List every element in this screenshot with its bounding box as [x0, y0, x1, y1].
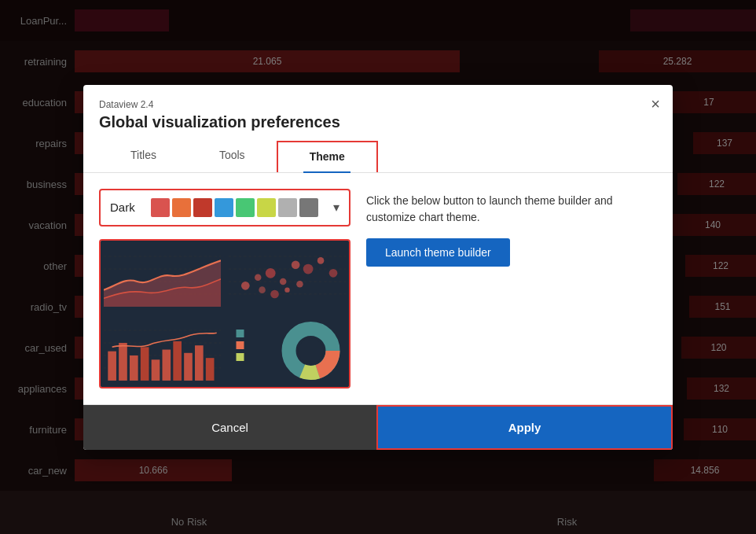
svg-point-10 — [241, 281, 250, 289]
swatch-3 — [193, 198, 212, 217]
svg-rect-35 — [195, 345, 204, 381]
svg-point-17 — [329, 269, 338, 278]
tab-bar: Titles Tools Theme — [99, 141, 657, 172]
chart-preview-container — [99, 239, 350, 389]
svg-rect-27 — [108, 351, 116, 380]
modal-body: Dark ▾ — [83, 173, 673, 404]
close-button[interactable]: × — [651, 96, 660, 112]
tab-titles[interactable]: Titles — [99, 141, 188, 172]
modal-dialog: Dataview 2.4 Global visualization prefer… — [83, 85, 673, 450]
swatch-1 — [151, 198, 170, 217]
tab-tools[interactable]: Tools — [188, 141, 277, 172]
dropdown-arrow-icon[interactable]: ▾ — [333, 200, 339, 215]
svg-rect-36 — [206, 358, 215, 381]
modal-header: Dataview 2.4 Global visualization prefer… — [83, 85, 673, 173]
left-panel: Dark ▾ — [99, 189, 350, 389]
modal-footer: Cancel Apply — [83, 404, 673, 450]
svg-point-13 — [280, 278, 287, 285]
scatter-chart-svg — [229, 244, 346, 307]
cancel-button[interactable]: Cancel — [83, 405, 376, 450]
svg-point-16 — [317, 257, 325, 264]
svg-rect-33 — [173, 341, 182, 380]
svg-rect-44 — [237, 353, 244, 361]
svg-point-14 — [292, 260, 300, 269]
swatch-8 — [299, 198, 318, 217]
svg-point-11 — [255, 274, 262, 281]
svg-rect-31 — [152, 359, 160, 381]
svg-point-41 — [299, 338, 324, 363]
color-swatches — [151, 198, 324, 217]
tab-theme[interactable]: Theme — [277, 141, 378, 172]
launch-theme-builder-button[interactable]: Launch theme builder — [366, 238, 510, 267]
svg-point-21 — [296, 280, 303, 287]
modal-subtitle: Dataview 2.4 — [99, 99, 657, 110]
swatch-2 — [172, 198, 191, 217]
svg-point-12 — [266, 267, 276, 278]
swatch-6 — [257, 198, 276, 217]
svg-rect-5 — [229, 244, 346, 307]
bar-chart-svg — [104, 318, 221, 381]
svg-point-18 — [259, 286, 266, 293]
apply-button[interactable]: Apply — [376, 405, 673, 450]
svg-point-15 — [303, 263, 314, 274]
svg-rect-43 — [237, 341, 244, 349]
svg-rect-42 — [237, 330, 244, 337]
tab-underline — [303, 171, 350, 173]
area-chart-svg — [104, 244, 221, 307]
swatch-7 — [278, 198, 297, 217]
preview-pie-chart — [226, 315, 349, 387]
preview-area-chart — [101, 241, 224, 313]
theme-selected-label: Dark — [110, 201, 141, 214]
theme-description: Click the below button to launch theme b… — [366, 193, 657, 226]
svg-rect-32 — [163, 349, 171, 380]
preview-scatter-chart — [226, 241, 349, 313]
svg-point-19 — [270, 289, 279, 298]
swatch-5 — [236, 198, 255, 217]
modal-title: Global visualization preferences — [99, 113, 657, 131]
preview-grid — [101, 241, 349, 387]
theme-selector[interactable]: Dark ▾ — [99, 189, 350, 226]
right-panel: Click the below button to launch theme b… — [366, 189, 657, 389]
preview-bar-chart — [101, 315, 224, 387]
swatch-4 — [215, 198, 233, 217]
modal-overlay: Dataview 2.4 Global visualization prefer… — [0, 0, 756, 534]
svg-rect-34 — [184, 352, 193, 380]
svg-rect-30 — [141, 347, 149, 381]
svg-point-20 — [284, 287, 289, 292]
pie-chart-svg — [229, 318, 346, 381]
svg-rect-29 — [130, 355, 138, 380]
svg-rect-28 — [119, 343, 127, 381]
